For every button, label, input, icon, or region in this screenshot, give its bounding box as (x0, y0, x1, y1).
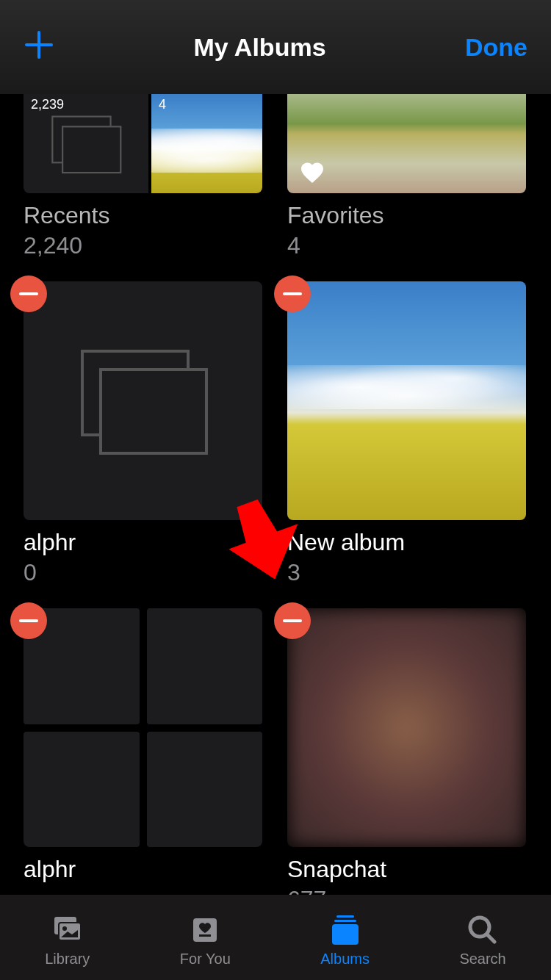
album-count: 4 (287, 232, 527, 259)
tab-search[interactable]: Search (459, 914, 505, 968)
album-new-album[interactable]: New album 3 (287, 281, 527, 586)
album-count: 677 (287, 886, 527, 895)
tab-label: Albums (320, 951, 370, 968)
album-label: Snapchat (287, 856, 527, 883)
stack-icon (51, 115, 120, 172)
stack-icon (81, 350, 206, 453)
albums-icon (327, 914, 364, 946)
for-you-icon (187, 914, 223, 946)
add-album-button[interactable] (24, 25, 54, 69)
grid-cell (147, 732, 263, 848)
album-alphr-2[interactable]: alphr (24, 608, 264, 895)
albums-content: 2,239 4 Recents 2,240 Favorites 4 (0, 94, 551, 895)
album-count: 3 (287, 559, 527, 586)
delete-album-button[interactable] (274, 275, 311, 312)
svg-rect-8 (336, 915, 354, 918)
delete-album-button[interactable] (274, 602, 311, 639)
tab-for-you[interactable]: For You (180, 914, 231, 968)
tab-library[interactable]: Library (45, 914, 90, 968)
tab-label: Search (459, 951, 505, 968)
svg-rect-9 (334, 920, 356, 922)
svg-line-12 (487, 934, 494, 942)
recents-badge-count-2: 4 (159, 97, 166, 112)
recents-badge-count: 2,239 (31, 97, 64, 112)
heart-icon (298, 159, 327, 186)
tab-label: For You (180, 951, 231, 968)
delete-album-button[interactable] (10, 602, 47, 639)
delete-album-button[interactable] (10, 275, 47, 312)
search-icon (464, 914, 501, 946)
page-title: My Albums (193, 33, 325, 62)
annotation-arrow (228, 500, 301, 580)
tab-albums[interactable]: Albums (320, 914, 370, 968)
album-label: Recents (24, 202, 264, 229)
grid-cell (147, 608, 263, 724)
plus-icon (24, 29, 54, 60)
album-label: alphr (24, 856, 264, 883)
done-button[interactable]: Done (465, 33, 527, 62)
album-label: New album (287, 529, 527, 556)
tab-label: Library (45, 951, 90, 968)
grid-cell (24, 732, 140, 848)
svg-rect-10 (332, 924, 359, 945)
album-count: 2,240 (24, 232, 264, 259)
tab-bar: Library For You Albums (0, 895, 551, 980)
album-snapchat[interactable]: Snapchat 677 (287, 608, 527, 895)
svg-rect-7 (199, 934, 211, 937)
svg-point-5 (62, 926, 67, 931)
svg-marker-2 (228, 500, 301, 580)
album-label: Favorites (287, 202, 527, 229)
album-favorites[interactable]: Favorites 4 (287, 94, 527, 259)
album-recents[interactable]: 2,239 4 Recents 2,240 (24, 94, 264, 259)
navigation-bar: My Albums Done (0, 0, 551, 94)
library-icon (49, 914, 86, 946)
